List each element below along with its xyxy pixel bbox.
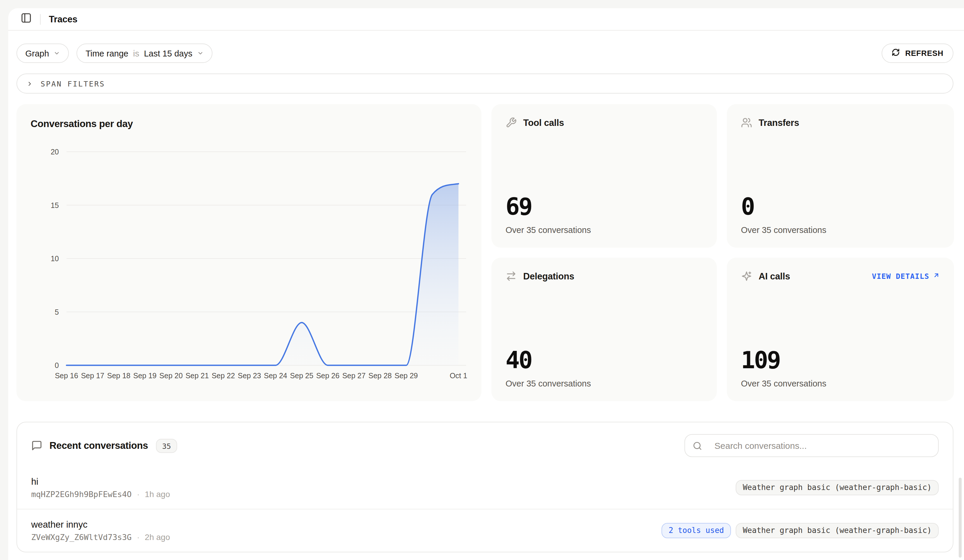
time-range-value: Last 15 days bbox=[144, 49, 192, 58]
chart-area bbox=[67, 184, 458, 365]
stat-card-tool-calls: Tool calls 69 Over 35 conversations bbox=[492, 104, 717, 248]
page-title: Traces bbox=[49, 14, 77, 24]
stat-caption: Over 35 conversations bbox=[506, 379, 703, 388]
filter-toolbar: Graph Time range is Last 15 days bbox=[16, 44, 953, 63]
recent-conversations-title: Recent conversations bbox=[49, 440, 148, 451]
content: Graph Time range is Last 15 days bbox=[8, 44, 964, 552]
arrow-up-right-icon bbox=[933, 272, 940, 281]
traces-page: Traces Graph Time range is Last 15 days bbox=[0, 0, 964, 560]
stat-value: 69 bbox=[506, 195, 703, 218]
svg-text:Sep 29: Sep 29 bbox=[395, 372, 418, 380]
stat-card-delegations: Delegations 40 Over 35 conversations bbox=[492, 258, 717, 401]
time-range-operator: is bbox=[133, 49, 139, 58]
refresh-icon bbox=[892, 48, 900, 58]
refresh-label: REFRESH bbox=[905, 49, 943, 58]
refresh-button[interactable]: REFRESH bbox=[882, 44, 953, 63]
chart-line bbox=[67, 184, 458, 365]
agent-tag: Weather graph basic (weather-graph-basic… bbox=[736, 480, 939, 495]
conversation-count-badge: 35 bbox=[156, 438, 177, 453]
stat-label: Transfers bbox=[759, 117, 799, 128]
svg-text:Oct 1: Oct 1 bbox=[449, 372, 467, 380]
sparkles-icon bbox=[741, 271, 752, 282]
conversations-chart-card: Conversations per day 05101520 bbox=[16, 104, 481, 401]
svg-text:0: 0 bbox=[55, 361, 59, 369]
span-filters-label: SPAN FILTERS bbox=[41, 79, 105, 88]
agent-tag: Weather graph basic (weather-graph-basic… bbox=[736, 523, 939, 538]
view-details-link[interactable]: VIEW DETAILS bbox=[872, 272, 940, 281]
svg-text:20: 20 bbox=[50, 148, 59, 156]
row-main: hi mqHZP2EGh9h9BpFEwEs4O · 1h ago bbox=[31, 476, 170, 499]
conversation-title: hi bbox=[31, 476, 170, 487]
stat-card-ai-calls: AI calls VIEW DETAILS 109 Over 35 conver… bbox=[727, 258, 954, 401]
stat-label: Tool calls bbox=[523, 117, 564, 128]
conversation-tags: Weather graph basic (weather-graph-basic… bbox=[736, 480, 939, 495]
meta-separator: · bbox=[137, 490, 140, 499]
svg-text:Sep 26: Sep 26 bbox=[316, 372, 339, 380]
chevron-down-icon bbox=[197, 50, 204, 57]
row-main: weather innyc ZVeWXgZy_Z6WltVd73s3G · 2h… bbox=[31, 519, 170, 542]
svg-text:Sep 17: Sep 17 bbox=[81, 372, 104, 380]
panel-left-icon bbox=[20, 12, 31, 26]
stat-value: 109 bbox=[741, 348, 940, 372]
svg-text:15: 15 bbox=[50, 201, 59, 209]
tools-used-tag: 2 tools used bbox=[661, 523, 731, 538]
stat-card-transfers: Transfers 0 Over 35 conversations bbox=[727, 104, 954, 248]
stat-label: Delegations bbox=[523, 271, 575, 281]
svg-text:Sep 18: Sep 18 bbox=[107, 372, 130, 380]
recent-conversations-card: Recent conversations 35 hi mqHZP2EGh9h9B… bbox=[16, 422, 953, 552]
time-range-dropdown[interactable]: Time range is Last 15 days bbox=[77, 44, 212, 63]
view-mode-label: Graph bbox=[25, 49, 49, 58]
search-box bbox=[684, 434, 939, 457]
svg-text:10: 10 bbox=[50, 255, 59, 263]
svg-text:Sep 27: Sep 27 bbox=[342, 372, 365, 380]
time-range-field: Time range bbox=[86, 49, 129, 58]
conversation-id: mqHZP2EGh9h9BpFEwEs4O bbox=[31, 489, 132, 499]
conversation-title: weather innyc bbox=[31, 519, 170, 530]
conversation-row[interactable]: hi mqHZP2EGh9h9BpFEwEs4O · 1h ago Weathe… bbox=[17, 466, 953, 509]
chevron-right-icon bbox=[26, 80, 33, 87]
chart-x-labels: Sep 16Sep 17Sep 18Sep 19Sep 20Sep 21Sep … bbox=[55, 372, 467, 380]
svg-text:Sep 22: Sep 22 bbox=[212, 372, 235, 380]
main-panel: Traces Graph Time range is Last 15 days bbox=[8, 8, 964, 560]
meta-separator: · bbox=[137, 533, 140, 542]
search-input[interactable] bbox=[715, 441, 930, 451]
svg-text:5: 5 bbox=[55, 308, 59, 316]
header-divider bbox=[40, 14, 41, 24]
svg-text:Sep 16: Sep 16 bbox=[55, 372, 78, 380]
span-filters-toggle[interactable]: SPAN FILTERS bbox=[16, 73, 953, 94]
wrench-icon bbox=[506, 117, 517, 128]
stat-value: 0 bbox=[741, 195, 940, 218]
conversation-meta: ZVeWXgZy_Z6WltVd73s3G · 2h ago bbox=[31, 532, 170, 542]
svg-text:Sep 25: Sep 25 bbox=[290, 372, 313, 380]
sidebar-toggle-button[interactable] bbox=[18, 11, 34, 28]
svg-text:Sep 23: Sep 23 bbox=[238, 372, 261, 380]
conversation-tags: 2 tools used Weather graph basic (weathe… bbox=[661, 523, 939, 538]
conversation-id: ZVeWXgZy_Z6WltVd73s3G bbox=[31, 532, 132, 542]
dashboard-grid: Conversations per day 05101520 bbox=[16, 104, 953, 401]
chevron-down-icon bbox=[54, 50, 60, 57]
view-mode-dropdown[interactable]: Graph bbox=[16, 44, 69, 63]
stat-value: 40 bbox=[506, 348, 703, 372]
conversation-time: 1h ago bbox=[145, 489, 170, 499]
header: Traces bbox=[8, 8, 964, 31]
stat-caption: Over 35 conversations bbox=[741, 225, 940, 235]
svg-text:Sep 24: Sep 24 bbox=[264, 372, 287, 380]
conversations-chart: 05101520 Sep 16Sep 17Sep 18Sep 19Sep 20S… bbox=[31, 138, 467, 385]
view-details-label: VIEW DETAILS bbox=[872, 272, 929, 281]
svg-text:Sep 20: Sep 20 bbox=[160, 372, 183, 380]
conversation-time: 2h ago bbox=[145, 532, 170, 542]
stat-caption: Over 35 conversations bbox=[741, 379, 940, 388]
chart-gridlines bbox=[67, 152, 466, 365]
stat-caption: Over 35 conversations bbox=[506, 225, 703, 235]
message-square-icon bbox=[31, 440, 42, 451]
conversation-meta: mqHZP2EGh9h9BpFEwEs4O · 1h ago bbox=[31, 489, 170, 499]
svg-text:Sep 21: Sep 21 bbox=[186, 372, 208, 380]
search-icon bbox=[693, 441, 702, 450]
svg-text:Sep 19: Sep 19 bbox=[133, 372, 156, 380]
conversation-row[interactable]: weather innyc ZVeWXgZy_Z6WltVd73s3G · 2h… bbox=[17, 509, 953, 552]
arrows-swap-icon bbox=[506, 271, 517, 282]
recent-conversations-header: Recent conversations 35 bbox=[17, 422, 953, 466]
scrollbar-thumb[interactable] bbox=[959, 478, 962, 558]
users-icon bbox=[741, 117, 752, 128]
chart-title: Conversations per day bbox=[31, 118, 467, 130]
